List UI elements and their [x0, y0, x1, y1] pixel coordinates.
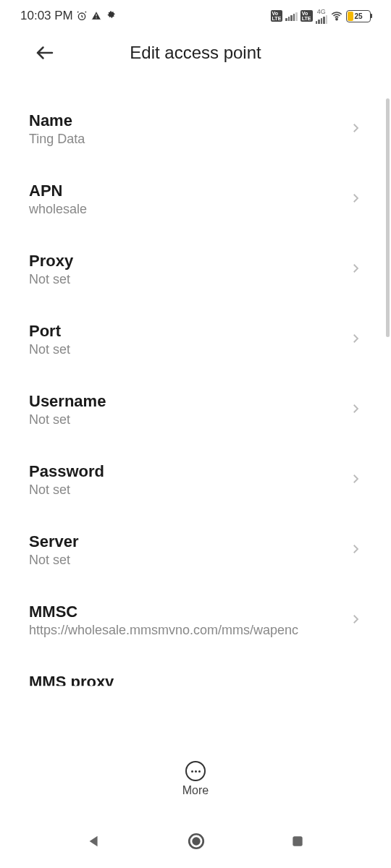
more-icon [185, 761, 206, 781]
settings-list[interactable]: Name Ting Data APN wholesale Proxy Not s… [0, 94, 391, 723]
setting-label: Username [29, 392, 343, 411]
status-time: 10:03 PM [20, 9, 73, 23]
chevron-right-icon [349, 402, 362, 418]
setting-value: Not set [29, 412, 343, 427]
more-button[interactable]: More [0, 752, 391, 806]
chevron-right-icon [349, 262, 362, 278]
more-label: More [182, 784, 209, 797]
back-button[interactable] [29, 37, 61, 69]
setting-value: https://wholesale.mmsmvno.com/mms/wapenc [29, 623, 343, 638]
setting-label: MMSC [29, 603, 343, 621]
chevron-right-icon [349, 192, 362, 208]
setting-row-name[interactable]: Name Ting Data [29, 94, 362, 164]
chevron-right-icon [349, 122, 362, 137]
setting-label: Server [29, 532, 343, 551]
setting-value: Not set [29, 553, 343, 568]
setting-value: Not set [29, 482, 343, 498]
volte-badge-1: VoLTE [271, 10, 283, 22]
setting-label: Name [29, 111, 343, 130]
chevron-right-icon [349, 332, 362, 348]
nav-recents-button[interactable] [290, 834, 305, 851]
chevron-right-icon [349, 472, 362, 488]
setting-label: MMS proxy [29, 673, 362, 692]
setting-row-mmsc[interactable]: MMSC https://wholesale.mmsmvno.com/mms/w… [29, 585, 362, 655]
setting-row-username[interactable]: Username Not set [29, 375, 362, 445]
battery-indicator: 25 [346, 10, 371, 22]
system-nav-bar [0, 817, 391, 868]
nav-home-button[interactable] [187, 832, 206, 854]
alarm-icon [76, 10, 88, 22]
svg-point-4 [193, 838, 200, 845]
setting-value: Not set [29, 342, 343, 357]
setting-row-server[interactable]: Server Not set [29, 515, 362, 585]
setting-row-apn[interactable]: APN wholesale [29, 164, 362, 234]
status-right: VoLTE VoLTE 4G 25 [271, 8, 371, 24]
svg-point-2 [336, 18, 337, 20]
gear-icon [105, 10, 117, 22]
setting-row-proxy[interactable]: Proxy Not set [29, 234, 362, 305]
scroll-indicator[interactable] [386, 98, 390, 337]
chevron-right-icon [349, 542, 362, 558]
page-title: Edit access point [130, 43, 261, 63]
volte-badge-2: VoLTE [300, 10, 313, 22]
wifi-icon [330, 9, 343, 22]
setting-label: Password [29, 462, 343, 481]
setting-row-mms-proxy[interactable]: MMS proxy [29, 655, 362, 692]
setting-label: Port [29, 322, 343, 341]
setting-value: Not set [29, 272, 343, 287]
signal-bars-1 [285, 11, 298, 21]
setting-label: APN [29, 182, 343, 200]
setting-row-password[interactable]: Password Not set [29, 445, 362, 515]
chevron-right-icon [349, 613, 362, 629]
setting-value: wholesale [29, 202, 343, 217]
status-bar: 10:03 PM VoLTE VoLTE 4G 25 [0, 0, 391, 32]
app-header: Edit access point [0, 32, 391, 74]
svg-rect-5 [293, 836, 303, 846]
status-left: 10:03 PM [20, 9, 117, 23]
warning-icon [91, 10, 102, 22]
nav-back-button[interactable] [86, 833, 102, 852]
setting-value: Ting Data [29, 132, 343, 147]
setting-row-port[interactable]: Port Not set [29, 305, 362, 375]
signal-bars-2 [316, 14, 328, 24]
setting-label: Proxy [29, 252, 343, 271]
